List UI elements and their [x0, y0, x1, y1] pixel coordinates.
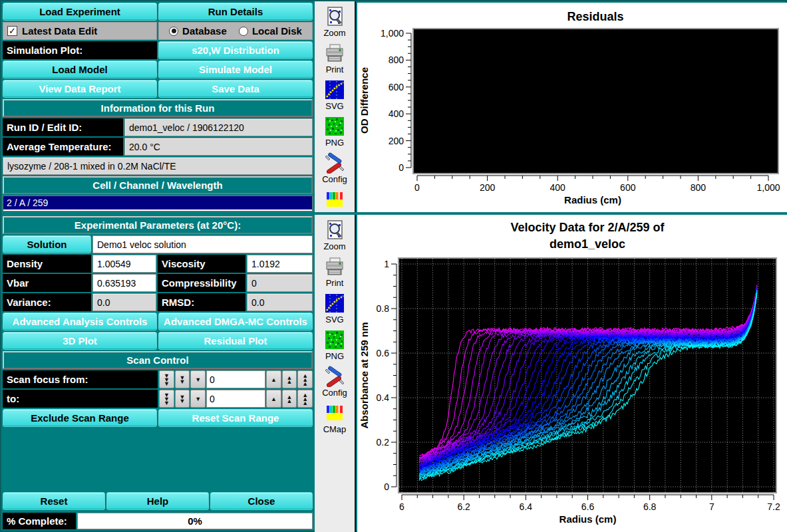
- reset-scan-range-button[interactable]: Reset Scan Range: [158, 409, 313, 427]
- scan-from-dec3-button[interactable]: ▼▼▼: [159, 370, 174, 388]
- latest-data-edit-checkbox[interactable]: ✓: [7, 26, 17, 36]
- data-source-row: Database Local Disk: [158, 22, 313, 40]
- scan-to-inc1-button[interactable]: ▲: [266, 390, 281, 408]
- scan-from-inc3-button[interactable]: ▲▲▲: [297, 370, 313, 388]
- 3d-plot-button[interactable]: 3D Plot: [3, 332, 157, 350]
- svg-tool[interactable]: SVG: [324, 293, 345, 325]
- png-tool[interactable]: PNG: [324, 116, 345, 148]
- exclude-scan-range-button[interactable]: Exclude Scan Range: [3, 409, 157, 427]
- progress-bar: 0%: [77, 513, 313, 529]
- config-tool[interactable]: Config: [322, 366, 347, 398]
- x-tick-label: 7: [709, 501, 714, 512]
- control-panel: Load Experiment Run Details ✓ Latest Dat…: [1, 1, 314, 531]
- load-model-button[interactable]: Load Model: [3, 61, 157, 78]
- zoom-icon[interactable]: [324, 219, 345, 241]
- x-tick-label: 7.2: [767, 501, 780, 512]
- x-tick-label: 200: [480, 182, 496, 193]
- config-icon[interactable]: [324, 366, 345, 387]
- database-radio-group[interactable]: Database: [169, 25, 227, 37]
- zoom-tool[interactable]: Zoom: [323, 6, 345, 38]
- info-banner: Information for this Run: [3, 99, 313, 117]
- x-tick-label: 1,000: [756, 182, 780, 193]
- y-tick-label: 0.8: [377, 303, 390, 314]
- database-radio-label: Database: [182, 25, 227, 37]
- x-tick-label: 800: [691, 182, 707, 193]
- scan-from-counter: ▼▼▼ ▼▼ ▼ ▲ ▲▲ ▲▲▲: [159, 370, 313, 388]
- zoom-tool[interactable]: Zoom: [323, 219, 345, 251]
- png-tool[interactable]: PNG: [324, 329, 345, 361]
- scan-to-dec2-button[interactable]: ▼▼: [175, 390, 190, 408]
- png-icon[interactable]: [324, 116, 345, 137]
- plot-title-line2: demo1_veloc: [550, 237, 625, 251]
- cmap-icon[interactable]: [324, 189, 345, 210]
- run-details-button[interactable]: Run Details: [158, 3, 313, 21]
- x-axis-title: Radius (cm): [559, 513, 617, 525]
- variance-value: 0.0: [92, 293, 156, 311]
- triple-list-item-selected[interactable]: 2 / A / 259: [3, 196, 312, 209]
- local-disk-radio-group[interactable]: Local Disk: [239, 25, 302, 37]
- print-icon[interactable]: [324, 256, 345, 277]
- local-disk-radio[interactable]: [239, 27, 248, 36]
- load-experiment-button[interactable]: Load Experiment: [3, 3, 157, 21]
- s20w-distribution-button[interactable]: s20,W Distribution: [158, 41, 313, 59]
- svg-icon[interactable]: [324, 293, 345, 314]
- scan-from-input[interactable]: [206, 370, 265, 388]
- print-icon[interactable]: [324, 43, 345, 64]
- zoom-icon[interactable]: [324, 6, 345, 27]
- config-icon[interactable]: [324, 152, 345, 174]
- scan-to-counter: ▼▼▼ ▼▼ ▼ ▲ ▲▲ ▲▲▲: [159, 390, 313, 408]
- help-button[interactable]: Help: [106, 492, 209, 510]
- database-radio[interactable]: [169, 27, 178, 36]
- scan-from-inc1-button[interactable]: ▲: [266, 370, 281, 388]
- config-tool[interactable]: Config: [322, 152, 347, 184]
- y-axis-title: Absorbance at 259 nm: [359, 322, 370, 428]
- latest-data-edit-row: ✓ Latest Data Edit: [3, 22, 157, 40]
- simulate-model-button[interactable]: Simulate Model: [158, 61, 313, 78]
- y-tick-label: 0: [384, 481, 389, 492]
- scan-to-inc2-button[interactable]: ▲▲: [282, 390, 297, 408]
- velocity-plot-svg: Velocity Data for 2/A/259 ofdemo1_veloc6…: [357, 215, 787, 532]
- x-tick-label: 6.6: [581, 501, 595, 512]
- solution-button[interactable]: Solution: [3, 235, 91, 253]
- x-tick-label: 0: [414, 182, 420, 193]
- scan-from-dec2-button[interactable]: ▼▼: [175, 370, 190, 388]
- close-button[interactable]: Close: [210, 492, 313, 510]
- viscosity-input[interactable]: 1.0192: [247, 255, 313, 273]
- y-tick-label: 0: [398, 162, 404, 173]
- png-tool-label: PNG: [325, 351, 344, 361]
- residuals-plot: Residuals02004006008001,0000200400600800…: [357, 3, 787, 212]
- variance-label: Variance:: [3, 293, 91, 311]
- print-tool[interactable]: Print: [324, 43, 345, 74]
- scan-to-input[interactable]: [206, 390, 265, 408]
- density-input[interactable]: 1.00549: [92, 255, 156, 273]
- print-tool-label: Print: [326, 65, 344, 74]
- advanced-analysis-controls-button[interactable]: Advanced Analysis Controls: [3, 313, 157, 331]
- png-icon[interactable]: [324, 329, 345, 350]
- reset-button[interactable]: Reset: [3, 492, 105, 510]
- scan-from-inc2-button[interactable]: ▲▲: [282, 370, 297, 388]
- y-tick-label: 200: [389, 136, 404, 146]
- save-data-button[interactable]: Save Data: [158, 80, 313, 98]
- scan-focus-to-label: to:: [3, 390, 158, 408]
- x-axis-title: Radius (cm): [564, 194, 621, 205]
- svg-tool-label: SVG: [325, 101, 343, 111]
- svg-tool[interactable]: SVG: [324, 79, 345, 111]
- fe-model-viewer-window: Load Experiment Run Details ✓ Latest Dat…: [0, 0, 787, 532]
- cmap-tool[interactable]: CMap: [323, 402, 347, 434]
- run-id-label: Run ID / Edit ID:: [3, 118, 123, 136]
- scan-to-inc3-button[interactable]: ▲▲▲: [297, 390, 313, 408]
- scan-to-dec1-button[interactable]: ▼: [190, 390, 206, 408]
- x-tick-label: 6: [399, 501, 404, 512]
- svg-icon[interactable]: [324, 79, 345, 100]
- triple-listbox[interactable]: 2 / A / 259: [3, 196, 313, 211]
- vbar-input[interactable]: 0.635193: [92, 274, 156, 292]
- velocity-plot-toolbar: Zoom Print SVG PNG Config CMap: [315, 215, 356, 532]
- advanced-dmga-mc-controls-button[interactable]: Advanced DMGA-MC Controls: [158, 313, 313, 331]
- residual-plot-button[interactable]: Residual Plot: [158, 332, 313, 350]
- cmap-tool-label: CMap: [323, 424, 347, 434]
- cmap-icon[interactable]: [324, 402, 345, 424]
- view-data-report-button[interactable]: View Data Report: [3, 80, 157, 98]
- scan-to-dec3-button[interactable]: ▼▼▼: [159, 390, 174, 408]
- scan-from-dec1-button[interactable]: ▼: [190, 370, 206, 388]
- print-tool[interactable]: Print: [324, 256, 345, 288]
